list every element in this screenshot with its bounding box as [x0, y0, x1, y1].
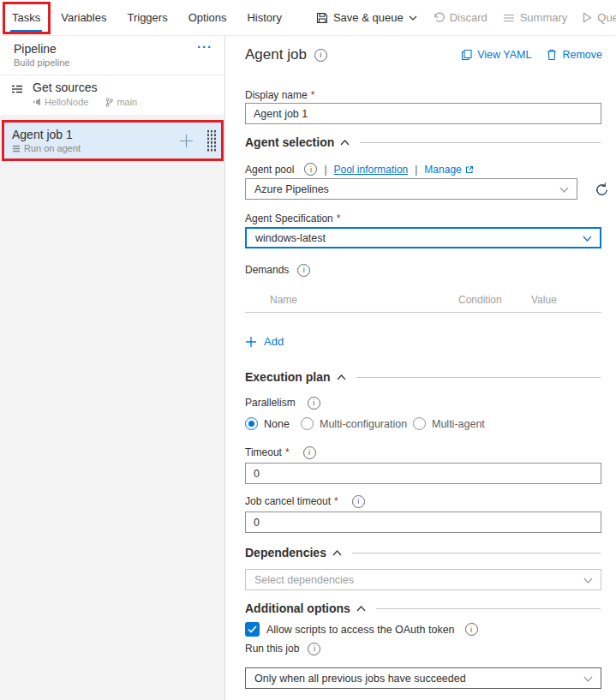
agent-pool-label: Agent pool	[245, 164, 294, 176]
plus-icon	[245, 336, 257, 348]
demands-info-icon[interactable]	[297, 264, 310, 277]
branch-icon	[105, 98, 113, 107]
pipeline-more-button[interactable]: ···	[197, 39, 212, 54]
required-asterisk: *	[337, 212, 341, 225]
radio-multi-agent[interactable]: Multi-agent	[413, 417, 485, 430]
additional-options-section-header[interactable]: Additional options	[245, 601, 601, 615]
agent-spec-label-row: Agent Specification *	[245, 212, 340, 225]
radio-multi-agent-label: Multi-agent	[432, 418, 485, 430]
radio-multi-configuration-label: Multi-configuration	[320, 418, 407, 430]
dependencies-dropdown[interactable]: Select dependencies	[245, 569, 601, 590]
dependencies-placeholder: Select dependencies	[254, 574, 354, 586]
add-task-button[interactable]	[178, 133, 194, 149]
agent-specification-dropdown[interactable]: windows-latest	[245, 227, 601, 248]
section-rule	[356, 377, 601, 378]
parallelism-label-row: Parallelism	[245, 397, 320, 410]
summary-button[interactable]: Summary	[503, 11, 568, 24]
chevron-down-icon	[583, 577, 593, 583]
play-icon	[583, 12, 592, 23]
agent-spec-label: Agent Specification	[245, 212, 333, 225]
job-cancel-timeout-label-row: Job cancel timeout *	[245, 495, 365, 508]
job-cancel-timeout-label: Job cancel timeout	[245, 495, 331, 508]
manage-link[interactable]: Manage	[424, 164, 473, 176]
chevron-up-icon	[337, 374, 346, 380]
oauth-label: Allow scripts to access the OAuth token	[266, 624, 455, 636]
repo-name: HelloNode	[45, 97, 88, 107]
execution-plan-heading: Execution plan	[245, 370, 331, 384]
run-this-job-dropdown[interactable]: Only when all previous jobs have succeed…	[245, 667, 601, 689]
dependencies-heading: Dependencies	[245, 546, 326, 559]
save-and-queue-button[interactable]: Save & queue	[316, 11, 417, 24]
agent-spec-value: windows-latest	[255, 232, 326, 244]
radio-multi-configuration[interactable]: Multi-configuration	[301, 417, 407, 430]
save-and-queue-label: Save & queue	[333, 11, 404, 24]
get-sources-title: Get sources	[33, 81, 137, 94]
panel-header: Agent job View YAML	[245, 46, 602, 63]
manage-label: Manage	[424, 164, 461, 176]
agent-pool-label-row: Agent pool | Pool information | Manage	[245, 163, 474, 176]
discard-button[interactable]: Discard	[433, 11, 487, 24]
sidebar-item-get-sources[interactable]: Get sources HelloNode	[0, 75, 224, 115]
oauth-info-icon[interactable]	[465, 623, 478, 636]
agent-pool-dropdown[interactable]: Azure Pipelines	[245, 178, 577, 200]
demands-col-condition: Condition	[458, 294, 502, 306]
timeout-input[interactable]	[245, 463, 601, 484]
required-asterisk: *	[334, 495, 338, 508]
radio-none[interactable]: None	[245, 417, 290, 430]
demands-col-value: Value	[531, 294, 557, 306]
section-rule	[352, 553, 601, 553]
separator: |	[324, 164, 326, 176]
job-cancel-timeout-info-icon[interactable]	[352, 495, 365, 508]
pipeline-editor-window: Tasks Variables Triggers Options History…	[0, 0, 616, 700]
run-this-job-label-row: Run this job	[245, 643, 320, 655]
queue-label: Queue	[597, 11, 616, 24]
execution-plan-section-header[interactable]: Execution plan	[245, 370, 601, 384]
display-name-label-row: Display name *	[245, 89, 314, 102]
agent-icon	[12, 145, 21, 153]
agent-job-subtitle-row: Run on agent	[12, 143, 81, 153]
section-rule	[360, 142, 601, 143]
required-asterisk: *	[311, 89, 315, 102]
pipeline-subtitle: Build pipeline	[14, 57, 212, 68]
pool-information-link[interactable]: Pool information	[334, 164, 409, 176]
display-name-label: Display name	[245, 89, 308, 102]
agent-job-info-icon[interactable]	[314, 49, 327, 62]
chevron-up-icon	[356, 606, 366, 612]
tab-triggers[interactable]: Triggers	[125, 1, 169, 34]
display-name-input[interactable]	[245, 103, 601, 124]
chevron-down-icon	[583, 236, 592, 242]
oauth-checkbox[interactable]	[245, 622, 260, 637]
sidebar-item-agent-job[interactable]: Agent job 1 Run on agent	[2, 120, 224, 161]
required-asterisk: *	[285, 446, 290, 459]
refresh-agent-pools-button[interactable]	[589, 177, 613, 201]
tab-options[interactable]: Options	[187, 1, 229, 34]
timeout-info-icon[interactable]	[303, 446, 316, 459]
demands-label-row: Demands	[245, 264, 310, 277]
job-cancel-timeout-input[interactable]	[245, 512, 601, 533]
yaml-document-icon	[461, 49, 472, 61]
add-demand-button[interactable]: Add	[245, 335, 284, 348]
timeout-label-row: Timeout *	[245, 446, 316, 459]
agent-pool-info-icon[interactable]	[304, 163, 317, 176]
tab-history[interactable]: History	[245, 1, 283, 34]
chevron-up-icon	[340, 140, 350, 146]
queue-button[interactable]: Queue	[583, 11, 616, 24]
dependencies-section-header[interactable]: Dependencies	[245, 546, 601, 559]
section-rule	[376, 608, 601, 609]
drag-grip-icon[interactable]	[206, 129, 216, 152]
summary-label: Summary	[520, 11, 568, 24]
chevron-down-icon	[583, 676, 593, 682]
tab-tasks[interactable]: Tasks	[10, 1, 42, 34]
chevron-up-icon	[332, 550, 342, 556]
radio-unselected-icon	[413, 417, 426, 430]
radio-selected-icon	[245, 417, 258, 430]
parallelism-radio-group: None Multi-configuration Multi-agent	[226, 417, 616, 433]
tab-variables[interactable]: Variables	[59, 1, 108, 34]
add-label: Add	[264, 335, 284, 348]
remove-button[interactable]: Remove	[547, 49, 602, 61]
chevron-down-icon	[409, 15, 417, 21]
run-this-job-info-icon[interactable]	[308, 643, 320, 655]
agent-selection-section-header[interactable]: Agent selection	[245, 135, 601, 149]
view-yaml-button[interactable]: View YAML	[461, 49, 531, 61]
parallelism-info-icon[interactable]	[308, 397, 320, 410]
